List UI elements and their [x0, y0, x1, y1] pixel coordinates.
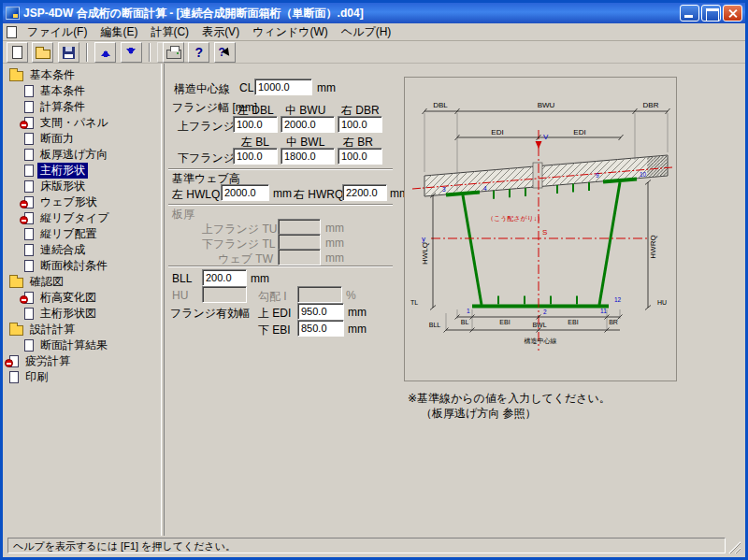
- document-icon: [24, 308, 34, 320]
- mdi-document-icon[interactable]: [7, 26, 17, 38]
- document-icon: [24, 133, 34, 145]
- cl-input[interactable]: [254, 79, 312, 95]
- edi-input[interactable]: [297, 303, 344, 320]
- dim-ebi-right: EBI: [568, 319, 578, 325]
- context-help-button[interactable]: ?: [214, 42, 236, 63]
- navigation-tree: 基本条件 基本条件 計算条件 支間・パネル 断面力 板厚逃げ方向 主桁形状 床版…: [3, 64, 161, 536]
- lower-flange-label: 下フランジ: [178, 151, 235, 166]
- close-button[interactable]: [723, 5, 742, 22]
- dim-edi-left: EDI: [491, 128, 503, 136]
- tree-item-main-girder-shape[interactable]: 主桁形状: [3, 163, 161, 179]
- tree-item-girder-height-figure[interactable]: 桁高変化図: [3, 290, 161, 306]
- open-button[interactable]: [32, 42, 53, 63]
- dim-bl: BL: [461, 319, 469, 325]
- new-document-icon: [12, 46, 22, 59]
- node-label: 9: [596, 172, 599, 179]
- move-down-button[interactable]: [121, 42, 142, 63]
- minimize-button[interactable]: [680, 5, 699, 22]
- tree-item-print[interactable]: 印刷: [3, 369, 161, 385]
- maximize-button[interactable]: [701, 5, 721, 22]
- save-button[interactable]: [58, 42, 79, 63]
- tree-item-basic-conditions-folder[interactable]: 基本条件: [3, 67, 161, 83]
- ebi-input[interactable]: [297, 320, 344, 337]
- node-label: 11: [600, 308, 607, 314]
- separator-line: [168, 168, 393, 170]
- document-icon: [9, 371, 19, 383]
- hwrq-input[interactable]: [342, 184, 387, 201]
- dbl-input[interactable]: [233, 116, 278, 133]
- document-icon: [24, 244, 34, 256]
- folder-icon: [9, 71, 23, 81]
- tree-item-section-calc-result[interactable]: 断面計算結果: [3, 337, 161, 353]
- new-button[interactable]: [7, 42, 28, 63]
- hwlq-label: 左 HWLQ: [172, 187, 220, 203]
- hwlq-input[interactable]: [221, 184, 269, 201]
- separator-line: [168, 266, 393, 267]
- tree-item-rib-layout[interactable]: 縦リブ配置: [3, 226, 161, 242]
- dim-hu: HU: [657, 299, 667, 306]
- document-icon: [9, 355, 19, 367]
- document-icon: [24, 260, 34, 272]
- tree-item-fatigue-calc[interactable]: 疲労計算: [3, 353, 161, 369]
- cl-unit: mm: [317, 81, 336, 94]
- bll-label: BLL: [172, 272, 192, 285]
- title-bar: JSP-4DW 合成桁の断面計算 - [連続合成開断面箱桁（単断面）.d04]: [3, 3, 745, 23]
- tree-item-basic-conditions[interactable]: 基本条件: [3, 83, 161, 99]
- tree-item-rib-type[interactable]: 縦リブタイプ: [3, 210, 161, 226]
- edi-unit: mm: [348, 306, 367, 319]
- document-icon: [24, 117, 34, 129]
- dim-dbl: DBL: [433, 101, 448, 109]
- menu-bar: ファイル(F) 編集(E) 計算(C) 表示(V) ウィンドウ(W) ヘルプ(H…: [3, 23, 745, 41]
- print-button[interactable]: [163, 42, 184, 63]
- error-flag-icon: [20, 200, 28, 208]
- dim-br: BR: [609, 319, 618, 325]
- tree-item-calc-conditions[interactable]: 計算条件: [3, 99, 161, 115]
- tree-item-continuous-composite[interactable]: 連続合成: [3, 242, 161, 258]
- br-input[interactable]: [338, 148, 382, 165]
- print-icon: [166, 50, 181, 59]
- toolbar-separator: [149, 43, 151, 62]
- bl-input[interactable]: [233, 148, 278, 165]
- tree-item-design-calc-folder[interactable]: 設計計算: [3, 322, 161, 337]
- dim-hwrq: HWRQ: [649, 235, 657, 258]
- centerline-code: CL: [239, 81, 253, 94]
- tree-item-section-check-conditions[interactable]: 断面検討条件: [3, 258, 161, 274]
- thickness-label: 板厚: [172, 207, 194, 223]
- help-button[interactable]: ?: [188, 42, 209, 63]
- tree-item-web-shape[interactable]: ウェブ形状: [3, 194, 161, 210]
- dim-ebi-left: EBI: [499, 319, 510, 325]
- upper-flange-label: 上フランジ: [178, 119, 235, 135]
- move-up-button[interactable]: [94, 42, 116, 63]
- status-bar: ヘルプを表示するには [F1] を押してください。: [6, 536, 742, 554]
- tree-item-confirm-figures-folder[interactable]: 確認図: [3, 274, 161, 290]
- edi-label: 上 EDI: [258, 306, 291, 322]
- menu-view[interactable]: 表示(V): [195, 23, 246, 41]
- tree-item-span-panel[interactable]: 支間・パネル: [3, 115, 161, 131]
- dim-edi-right: EDI: [573, 128, 585, 136]
- node-label: 1: [467, 308, 470, 314]
- bwl-input[interactable]: [280, 148, 335, 165]
- girder-cross-section-diagram: DBL BWU DBR EDI EDI HWLQ HWRQ TL HU BL E…: [405, 78, 676, 381]
- tree-item-plate-escape-direction[interactable]: 板厚逃げ方向: [3, 147, 161, 163]
- bll-input[interactable]: [202, 269, 247, 286]
- toolbar: ✂ ? ?: [3, 41, 745, 64]
- down-arrow-icon: [124, 46, 137, 59]
- tu-label: 上フランジ TU: [202, 222, 273, 237]
- tree-item-slab-shape[interactable]: 床版形状: [3, 179, 161, 194]
- menu-file[interactable]: ファイル(F): [21, 23, 94, 41]
- dbr-input[interactable]: [338, 116, 382, 133]
- main-panel: 構造中心線 CL mm フランジ幅 [mm] 左 DBL 中 BWU 右 DBR…: [165, 64, 745, 536]
- toolbar-separator: [86, 43, 88, 62]
- menu-calc[interactable]: 計算(C): [144, 23, 195, 41]
- menu-edit[interactable]: 編集(E): [94, 23, 144, 41]
- menu-help[interactable]: ヘルプ(H): [335, 23, 398, 41]
- resize-grip[interactable]: [728, 541, 741, 553]
- slope-note-text: （こう配さがり↓）: [487, 215, 543, 223]
- error-flag-icon: [5, 359, 13, 367]
- tree-item-girder-shape-figure[interactable]: 主桁形状図: [3, 306, 161, 322]
- error-flag-icon: [20, 121, 28, 129]
- menu-window[interactable]: ウィンドウ(W): [246, 23, 335, 41]
- tl-label: 下フランジ TL: [202, 237, 273, 252]
- bwu-input[interactable]: [280, 116, 335, 133]
- tree-item-section-force[interactable]: 断面力: [3, 131, 161, 147]
